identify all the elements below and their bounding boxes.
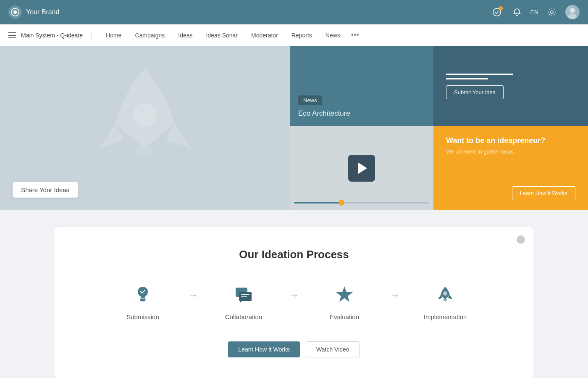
video-section xyxy=(290,126,433,210)
video-progress-fill xyxy=(294,202,341,204)
nav-left: Main System - Q-ideate xyxy=(8,32,92,39)
step-evaluation: Evaluation xyxy=(307,282,382,320)
news-title: Eco Architecture xyxy=(298,109,425,118)
svg-point-5 xyxy=(568,13,577,19)
news-top: News Eco Architecture xyxy=(290,46,433,126)
svg-point-1 xyxy=(13,11,17,14)
submission-icon xyxy=(132,282,153,307)
play-button[interactable] xyxy=(348,155,375,182)
learn-how-process-button[interactable]: Learn How It Works xyxy=(228,341,300,357)
cta-top: Submit Your Idea xyxy=(433,46,588,126)
video-progress-bar[interactable] xyxy=(294,202,429,204)
bell-icon[interactable] xyxy=(510,5,524,19)
svg-rect-9 xyxy=(140,300,145,301)
nav-bar: Main System - Q-ideate Home Campaigns Id… xyxy=(0,24,588,46)
implementation-icon xyxy=(435,282,456,307)
nav-home[interactable]: Home xyxy=(100,29,127,41)
hero-section: Share Your Ideas News Eco Architecture xyxy=(0,46,588,210)
cta-heading: Want to be an ideapreneur? xyxy=(446,136,575,145)
evaluation-icon xyxy=(334,282,355,307)
svg-marker-16 xyxy=(240,301,242,303)
brand-icon xyxy=(8,5,22,19)
svg-point-19 xyxy=(443,299,447,301)
brand-name: Your Brand xyxy=(26,8,59,16)
svg-point-4 xyxy=(570,8,575,13)
nav-reports[interactable]: Reports xyxy=(286,29,318,41)
cta-line1 xyxy=(446,74,513,75)
news-badge: News xyxy=(298,95,322,105)
submit-idea-button[interactable]: Submit Your Idea xyxy=(446,85,504,99)
nav-news[interactable]: News xyxy=(320,29,346,41)
step-implementation: Implementation xyxy=(407,282,483,320)
process-card: Our Ideation Process Submission → xyxy=(55,227,533,378)
svg-marker-17 xyxy=(336,286,353,302)
nav-ideas[interactable]: Ideas xyxy=(172,29,198,41)
nav-campaigns[interactable]: Campaigns xyxy=(129,29,171,41)
play-triangle-icon xyxy=(358,162,367,174)
top-header: Your Brand EN xyxy=(0,0,588,24)
cta-line2 xyxy=(446,78,488,79)
cta-sub: We are here to gather ideas. xyxy=(446,148,575,155)
process-title: Our Ideation Process xyxy=(80,248,508,261)
learn-how-button[interactable]: Learn How it Works xyxy=(512,186,575,200)
svg-point-6 xyxy=(133,103,157,127)
arrow-3: → xyxy=(382,289,407,314)
arrow-1: → xyxy=(181,289,206,314)
process-section: Our Ideation Process Submission → xyxy=(0,210,588,378)
process-steps: Submission → Collab xyxy=(80,282,508,320)
svg-point-3 xyxy=(551,11,553,13)
step-label-implementation: Implementation xyxy=(424,313,467,320)
step-collaboration: Collaboration xyxy=(206,282,281,320)
check-icon[interactable] xyxy=(490,5,504,19)
svg-point-7 xyxy=(136,147,154,157)
step-label-submission: Submission xyxy=(126,313,159,320)
avatar[interactable] xyxy=(565,5,580,19)
system-name: Main System - Q-ideate xyxy=(21,32,83,39)
cta-text: Want to be an ideapreneur? We are here t… xyxy=(446,136,575,155)
video-progress-dot xyxy=(339,200,344,206)
language-selector[interactable]: EN xyxy=(530,9,538,16)
hero-right: Submit Your Idea Want to be an ideaprene… xyxy=(433,46,588,210)
svg-rect-8 xyxy=(140,299,146,300)
hero-middle: News Eco Architecture xyxy=(290,46,433,210)
hero-left: Share Your Ideas xyxy=(0,46,290,210)
arrow-2: → xyxy=(281,289,307,314)
brand: Your Brand xyxy=(8,5,59,19)
collaboration-icon xyxy=(233,282,254,307)
notification-dot-check xyxy=(499,6,503,11)
nav-ideas-sonar[interactable]: Ideas Sonar xyxy=(200,29,244,41)
header-actions: EN xyxy=(490,5,580,19)
share-ideas-button[interactable]: Share Your Ideas xyxy=(13,182,78,198)
settings-icon[interactable] xyxy=(545,5,559,19)
step-label-collaboration: Collaboration xyxy=(225,313,262,320)
svg-point-18 xyxy=(443,291,447,296)
nav-moderator[interactable]: Moderator xyxy=(245,29,284,41)
nav-links: Home Campaigns Ideas Ideas Sonar Moderat… xyxy=(92,29,362,41)
rocket-illustration xyxy=(65,56,225,201)
nav-more[interactable]: ••• xyxy=(348,29,362,41)
step-label-evaluation: Evaluation xyxy=(330,313,359,320)
process-buttons: Learn How It Works Watch Video xyxy=(80,341,508,357)
card-dot xyxy=(517,235,525,244)
step-submission: Submission xyxy=(105,282,181,320)
watch-video-button[interactable]: Watch Video xyxy=(306,341,360,357)
cta-bottom: Want to be an ideapreneur? We are here t… xyxy=(433,126,588,210)
hamburger-menu[interactable] xyxy=(8,32,16,38)
